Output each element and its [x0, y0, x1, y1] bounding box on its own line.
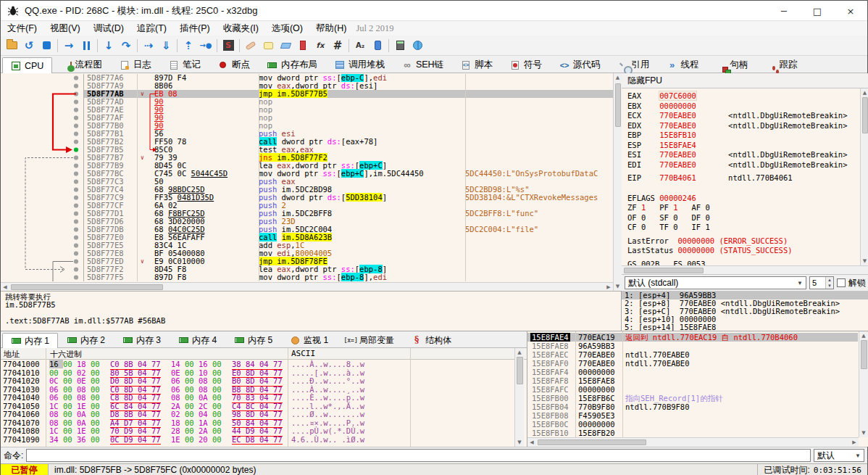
calling-convention-select[interactable]: 默认 (stdcall)▼ — [625, 276, 806, 289]
register-line[interactable]: LastError 00000000 (ERROR_SUCCESS) — [627, 236, 863, 247]
disassembly-vscrollbar[interactable]: ▲ ▼ — [613, 73, 622, 291]
stack-row[interactable]: 15E8FAF0770EABE0ntdll.770EABE0 — [527, 359, 858, 368]
register-line[interactable]: LastStatus 00000000 (STATUS_SUCCESS) — [627, 246, 863, 256]
register-line[interactable]: EBP 15E8FB10 — [627, 131, 863, 141]
register-line[interactable]: ECX 770EABE0 <ntdll.DbgUiRemoteBreakin> — [627, 111, 863, 121]
restart-button[interactable]: ↺ — [20, 37, 38, 54]
stack-row[interactable]: 15E8FB08F45905E3 — [527, 411, 858, 420]
dump-row[interactable]: 7704109034 00 36 000C D9 04 771E 00 20 0… — [1, 436, 514, 445]
stack-row[interactable]: 15E8FB04770B9F80ntdll.770B9F80 — [527, 402, 858, 411]
tab-handles[interactable]: 句柄 — [708, 57, 757, 73]
hide-fpu-button[interactable]: 隐藏FPU — [622, 73, 868, 88]
modules-button[interactable] — [369, 37, 386, 54]
stack-row[interactable]: 15E8FAEC770EABE0ntdll.770EABE0 — [527, 350, 858, 359]
pause-button[interactable] — [78, 37, 95, 54]
tab-locals[interactable]: [x=]局部变量 — [337, 332, 403, 347]
run-to-user-code-button[interactable]: ⇢ — [140, 37, 157, 54]
tab-graph[interactable]: 流程图 — [52, 57, 111, 73]
registers-hscrollbar[interactable] — [622, 265, 868, 274]
menu-item-选[interactable]: 选项(O) — [265, 21, 309, 36]
register-line[interactable]: EAX 007C6000 — [627, 91, 863, 102]
stack-arguments[interactable]: 1: [esp+4] 96A59BB32: [esp+8] 770EABE0 <… — [622, 291, 868, 331]
disasm-row[interactable]: 5D8F77F5897D F8mov dword ptr ss:[ebp-8],… — [84, 273, 613, 281]
close-button[interactable]: × — [834, 1, 867, 21]
strings-button[interactable]: A₂ — [351, 37, 369, 54]
register-line[interactable]: ESI 770EABE0 <ntdll.DbgUiRemoteBreakin> — [627, 150, 863, 160]
tab-cpu[interactable]: CPU — [2, 57, 52, 73]
tab-source[interactable]: <>源代码 — [551, 57, 609, 73]
title-bar[interactable]: QQ.exe - PID: 268C - 模块: im.dll - 线程: 25… — [1, 1, 867, 21]
registers-vscrollbar[interactable]: ▲ ▼ — [860, 88, 868, 265]
tab-breakpoints[interactable]: 断点 — [209, 57, 259, 73]
register-line[interactable]: EDI 770EABE0 <ntdll.DbgUiRemoteBreakin> — [627, 160, 863, 170]
menu-item-文[interactable]: 文件(F) — [1, 21, 43, 36]
tab-log[interactable]: 日志 — [111, 57, 160, 73]
tab-memory-map[interactable]: 内存布局 — [259, 57, 326, 73]
patches-button[interactable] — [242, 37, 259, 54]
disassembly-hscrollbar[interactable]: ◀ ▶ — [1, 282, 613, 291]
settings-button[interactable]: S — [220, 37, 237, 54]
stack-row[interactable]: 15E8FAF815E8FAE8 — [527, 376, 858, 385]
menu-item-视[interactable]: 视图(V) — [43, 21, 87, 36]
register-line[interactable]: EIP 770B4061 ntdll.770B4061 — [627, 173, 863, 183]
command-mode-select[interactable]: 默认▼ — [814, 449, 864, 462]
stack-pane[interactable]: 15E8FAE4770EAC19返回到 ntdll.770EAC19 自 ntd… — [527, 331, 868, 447]
registers-pane[interactable]: 隐藏FPU EAX 007C6000EBX 00000000ECX 770EAB… — [622, 73, 868, 331]
step-out-button[interactable]: ⇡ — [180, 37, 197, 54]
run-button[interactable]: → — [60, 37, 78, 54]
minimize-button[interactable]: ─ — [767, 1, 801, 21]
stack-row[interactable]: 15E8FAE896A59BB3 — [527, 342, 858, 350]
attach-button[interactable]: →● — [197, 37, 214, 54]
tab-notes[interactable]: 笔记 — [160, 57, 209, 73]
stack-row[interactable]: 15E8FAFC00000000 — [527, 385, 858, 394]
tab-dump-5[interactable]: 内存 5 — [225, 332, 281, 347]
tab-script[interactable]: <>脚本 — [452, 57, 501, 73]
menu-item-插[interactable]: 插件(P) — [173, 21, 217, 36]
disassembly-pane[interactable]: 5D8F77A6897D F4mov dword ptr ss:[ebp-C],… — [1, 73, 622, 291]
dump-vscrollbar[interactable]: ▲ ▼ — [514, 348, 524, 447]
tab-references[interactable]: 引用 — [609, 57, 659, 73]
stack-row[interactable]: 15E8FB0C00000000 — [527, 420, 858, 429]
tab-dump-1[interactable]: 内存 1 — [2, 333, 58, 348]
register-line[interactable]: EDX 770EABE0 <ntdll.DbgUiRemoteBreakin> — [627, 121, 863, 131]
menu-item-帮[interactable]: 帮助(H) — [309, 21, 353, 36]
arg-count-stepper[interactable]: 5 ▲▼ — [809, 276, 834, 289]
labels-button[interactable] — [277, 37, 294, 54]
register-line[interactable]: EBX 00000000 — [627, 102, 863, 112]
register-line[interactable]: EFLAGS 00000246 — [627, 194, 863, 204]
bookmarks-button[interactable] — [294, 37, 312, 54]
register-line[interactable]: ZF 1 PF 1 AF 0 — [627, 203, 863, 213]
internet-button[interactable] — [409, 37, 426, 54]
calculator-button[interactable] — [391, 37, 409, 54]
tab-dump-2[interactable]: 内存 2 — [58, 332, 114, 347]
step-into-button[interactable]: ↓ — [100, 37, 117, 54]
stack-row[interactable]: 15E8FB1015E8FB20 — [527, 429, 858, 437]
register-line[interactable]: CF 0 TF 0 IF 1 — [627, 223, 863, 233]
stepper-down-icon[interactable]: ▼ — [826, 283, 833, 289]
comments-button[interactable] — [259, 37, 277, 54]
tab-seh[interactable]: ∞SEH链 — [393, 57, 452, 73]
register-line[interactable]: OF 0 SF 0 DF 0 — [627, 213, 863, 223]
maximize-button[interactable]: □ — [801, 1, 834, 21]
tab-dump-3[interactable]: 内存 3 — [114, 332, 170, 347]
open-file-button[interactable] — [3, 37, 20, 54]
stop-button[interactable] — [38, 37, 55, 54]
menu-item-调[interactable]: 调试(D) — [87, 21, 130, 36]
menu-item-追[interactable]: 追踪(T) — [130, 21, 173, 36]
tab-struct[interactable]: §结构体 — [403, 332, 460, 347]
hash-button[interactable]: # — [329, 37, 346, 54]
register-line[interactable]: ESP 15E8FAE4 — [627, 141, 863, 151]
stack-hscrollbar[interactable]: ◀ ▶ — [527, 437, 859, 447]
stack-row[interactable]: 15E8FAF400000000 — [527, 368, 858, 376]
tab-watch-1[interactable]: 监视 1 — [281, 332, 337, 347]
tab-trace[interactable]: 跟踪 — [757, 57, 806, 73]
stepper-up-icon[interactable]: ▲ — [826, 277, 833, 283]
stack-vscrollbar[interactable]: ▲ ▼ — [859, 331, 868, 437]
menu-item-收[interactable]: 收藏夹(I) — [217, 21, 265, 36]
tab-dump-4[interactable]: 内存 4 — [170, 332, 225, 347]
step-over-button[interactable]: ↷ — [117, 37, 135, 54]
tab-symbols[interactable]: 符号 — [501, 57, 551, 73]
stack-row[interactable]: 15E8FAE4770EAC19返回到 ntdll.770EAC19 自 ntd… — [527, 333, 858, 342]
tab-threads[interactable]: »线程 — [659, 57, 708, 73]
command-input[interactable] — [26, 449, 811, 462]
